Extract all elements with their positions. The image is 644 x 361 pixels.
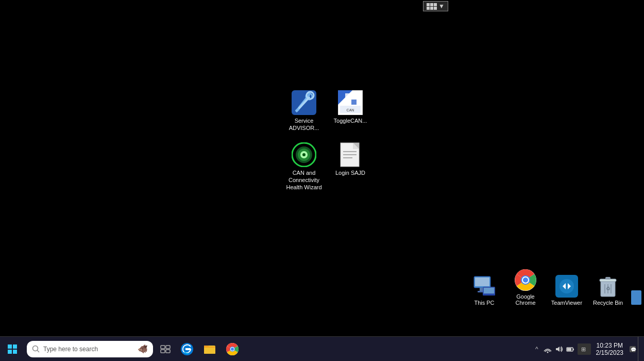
teamviewer-svg: [555, 275, 578, 298]
svg-rect-48: [631, 290, 641, 305]
extra-icon: [629, 290, 643, 305]
search-placeholder-text: Type here to search: [43, 346, 98, 353]
teamviewer-label: TeamViewer: [551, 300, 582, 306]
desktop-icon-can-wizard[interactable]: CAN and Connectivity Health Wizard: [283, 142, 325, 191]
svg-point-19: [302, 153, 306, 156]
top-widget[interactable]: ▼: [423, 1, 448, 11]
taskbar-icon-chrome[interactable]: [221, 337, 244, 362]
task-view-button[interactable]: [155, 337, 176, 362]
file-explorer-svg: [203, 342, 216, 356]
search-icon: [32, 345, 40, 353]
svg-rect-50: [13, 344, 17, 349]
search-box[interactable]: Type here to search 🐗: [27, 341, 153, 357]
notification-icon[interactable]: 💬: [628, 344, 638, 354]
can-wizard-svg: [292, 142, 316, 167]
desktop-icon-service-advisor[interactable]: Service ADVISOR...: [283, 90, 325, 132]
chrome-shortcut-icon: [513, 268, 538, 292]
start-button[interactable]: [0, 337, 25, 362]
this-pc-icon: [472, 274, 497, 299]
clock-time: 10:23 PM: [597, 342, 623, 349]
shortcut-this-pc[interactable]: This PC: [464, 272, 505, 308]
recycle-bin-icon: ♻: [596, 274, 620, 299]
desktop-icon-togglecan[interactable]: CAN ToggleCAN...: [330, 90, 371, 132]
chrome-taskbar-icon: [225, 342, 240, 356]
file-explorer-icon: [202, 342, 217, 356]
svg-rect-27: [475, 277, 489, 286]
svg-rect-69: [573, 349, 574, 350]
network-svg: [544, 345, 552, 353]
battery-svg: [566, 345, 574, 353]
svg-rect-70: [567, 348, 571, 351]
chrome-svg: [514, 269, 537, 291]
chrome-taskbar-svg: [226, 342, 239, 356]
svg-rect-61: [204, 348, 215, 354]
togglecan-label: ToggleCAN...: [334, 117, 367, 124]
shortcut-recycle-bin[interactable]: ♻ Recycle Bin: [587, 272, 629, 308]
show-desktop-button[interactable]: [638, 337, 642, 362]
service-advisor-svg: [292, 90, 316, 115]
svg-rect-9: [345, 93, 350, 99]
svg-rect-31: [484, 288, 494, 293]
desktop-icon-login-sajd[interactable]: Login SAJD: [330, 142, 371, 191]
svg-point-65: [231, 348, 234, 351]
shortcut-extra[interactable]: [629, 288, 644, 308]
svg-rect-43: [605, 277, 611, 280]
taskbar: Type here to search 🐗: [0, 336, 644, 361]
login-sajd-icon-img: [338, 142, 363, 167]
input-indicator[interactable]: ⊞: [578, 343, 591, 355]
service-advisor-icon-img: [292, 90, 316, 115]
shortcut-google-chrome[interactable]: Google Chrome: [505, 266, 546, 308]
svg-rect-55: [161, 346, 165, 349]
widget-dropdown-icon[interactable]: ▼: [438, 3, 445, 10]
system-tray: ^: [533, 337, 644, 362]
togglecan-svg: CAN: [338, 90, 363, 115]
extra-svg: [631, 290, 641, 305]
input-indicator-svg: ⊞: [580, 344, 588, 353]
edge-svg: [180, 342, 194, 356]
widget-grid: [427, 3, 437, 10]
taskbar-icon-edge[interactable]: [176, 337, 198, 362]
desktop-icons-container: Service ADVISOR... CAN Tog: [283, 90, 371, 191]
svg-text:CAN: CAN: [347, 108, 354, 112]
chrome-shortcut-label: Google Chrome: [507, 293, 544, 306]
svg-rect-58: [166, 350, 170, 353]
search-pig-icon: 🐗: [138, 344, 148, 354]
clock[interactable]: 10:23 PM 2/15/2023: [592, 337, 628, 362]
togglecan-icon-img: CAN: [338, 90, 363, 115]
svg-point-38: [560, 279, 574, 293]
svg-rect-52: [13, 350, 17, 354]
svg-rect-51: [8, 350, 12, 354]
edge-icon: [180, 342, 194, 356]
svg-rect-10: [351, 93, 357, 99]
notification-svg: 💬: [629, 345, 637, 353]
can-wizard-icon-img: [292, 142, 316, 167]
svg-marker-67: [556, 347, 560, 352]
svg-text:♻: ♻: [606, 286, 611, 291]
svg-rect-49: [8, 344, 12, 349]
svg-text:⊞: ⊞: [581, 346, 586, 352]
svg-rect-32: [483, 294, 495, 296]
recycle-bin-svg: ♻: [598, 274, 618, 299]
svg-rect-12: [351, 100, 357, 105]
battery-icon[interactable]: [565, 344, 575, 354]
svg-line-54: [37, 350, 39, 352]
login-sajd-svg: [340, 142, 361, 167]
this-pc-svg: [472, 274, 496, 298]
service-advisor-label: Service ADVISOR...: [283, 117, 325, 132]
teamviewer-icon: [554, 274, 579, 299]
windows-logo-icon: [7, 344, 18, 354]
volume-icon[interactable]: [554, 344, 564, 354]
volume-svg: [555, 345, 563, 353]
desktop: ▼ Service ADVI: [0, 0, 644, 336]
tray-expand-button[interactable]: ^: [533, 346, 540, 353]
desktop-shortcuts: This PC: [464, 266, 644, 308]
login-sajd-label: Login SAJD: [335, 169, 365, 176]
clock-date: 2/15/2023: [596, 349, 623, 356]
svg-rect-11: [345, 100, 350, 105]
shortcut-teamviewer[interactable]: TeamViewer: [546, 272, 587, 308]
network-icon[interactable]: [543, 344, 553, 354]
task-view-icon: [160, 345, 171, 353]
taskbar-icon-file-explorer[interactable]: [198, 337, 221, 362]
recycle-bin-label: Recycle Bin: [593, 300, 623, 306]
svg-rect-57: [161, 350, 165, 353]
